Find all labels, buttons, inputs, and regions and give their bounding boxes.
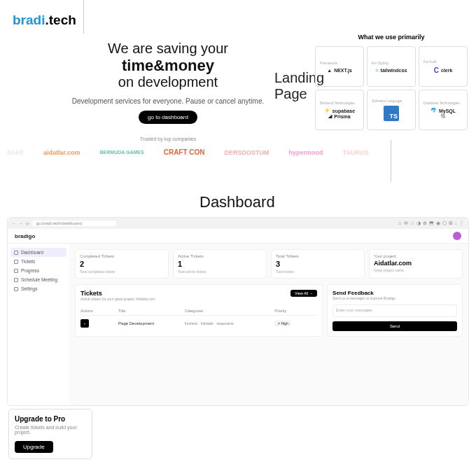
ext-icon[interactable]: ⊞ <box>449 220 453 226</box>
ext-icon[interactable]: ⋮ <box>459 220 464 226</box>
stat-completed: Completed Tickets2Total completed ticket… <box>75 249 169 279</box>
feedback-panel: Send Feedback Send us a messages to impr… <box>327 284 463 337</box>
row-action-button[interactable]: › <box>80 319 89 328</box>
nextjs-icon: ▲ <box>327 68 332 73</box>
priority-badge: ↗ High <box>274 321 291 326</box>
sidebar-item-dashboard[interactable]: Dashboard <box>10 248 66 257</box>
brand-logo: bradi.tech <box>13 13 76 28</box>
sidebar-item-tickets[interactable]: Tickets <box>10 257 66 266</box>
forward-icon[interactable]: → <box>19 221 23 225</box>
tech-cell-language: Software Language TS <box>367 90 416 130</box>
dashboard-section-label: Dashboard <box>200 193 275 211</box>
upgrade-title: Upgrade to Pro <box>15 415 86 423</box>
ext-icon[interactable]: ⬒ <box>429 220 434 226</box>
feedback-subtitle: Send us a messages to improve Bradigo <box>332 296 457 300</box>
stat-total: Total Tickets3Total tickets <box>271 249 365 279</box>
tickets-title: Tickets <box>80 290 155 297</box>
browser-toolbar: ← → ⟳ go.bradi.tech/dashboard ⌂✉☆◑⊕⬒◉⬡⊞↓… <box>8 218 468 229</box>
app-name: bradigo <box>15 233 35 239</box>
ext-icon[interactable]: ◑ <box>416 220 421 226</box>
tech-cell-framework: Framework ▲NEXT.js <box>315 46 364 87</box>
supabase-icon: ⚡ <box>324 108 330 113</box>
divider <box>391 140 391 182</box>
calendar-icon <box>14 278 18 282</box>
tech-cell-auth: For Auth Cclerk <box>419 46 468 87</box>
sidebar-item-schedule[interactable]: Schedule Meeting <box>10 275 66 284</box>
trusted-by-label: Trusted by top companies <box>66 136 270 141</box>
hero-heading: We are saving your time&money on develop… <box>66 41 270 90</box>
ticket-icon <box>14 260 18 264</box>
clerk-icon: C <box>434 66 439 74</box>
tickets-panel: Tickets Active tickets for your great pr… <box>75 284 323 337</box>
mysql-icon: 🐬 <box>430 108 437 113</box>
tailwind-icon: ≈ <box>376 68 379 73</box>
tech-cell-database: Database Technologies 🐬MySQL 🐘 <box>419 90 468 130</box>
sidebar-item-progress[interactable]: Progress <box>10 266 66 275</box>
typescript-icon: TS <box>384 106 399 121</box>
dashboard-window: ← → ⟳ go.bradi.tech/dashboard ⌂✉☆◑⊕⬒◉⬡⊞↓… <box>7 217 469 406</box>
ext-icon[interactable]: ✉ <box>404 220 408 226</box>
tickets-subtitle: Active tickets for your great project: A… <box>80 297 155 301</box>
grid-icon <box>14 251 18 255</box>
tech-cell-styling: For Styling ≈tailwindcss <box>367 46 416 87</box>
ext-icon[interactable]: ☆ <box>410 220 414 226</box>
ext-icon[interactable]: ↓ <box>455 220 458 226</box>
feedback-input[interactable]: Enter your messages <box>332 304 457 317</box>
back-icon[interactable]: ← <box>12 221 16 225</box>
postgres-icon: 🐘 <box>440 113 447 119</box>
upgrade-subtitle: Create tickets and build your project. <box>15 425 86 435</box>
table-row[interactable]: › Page Development frontend fullstack re… <box>80 316 317 331</box>
prisma-icon: ◢ <box>328 113 332 119</box>
ext-icon[interactable]: ◉ <box>436 220 440 226</box>
gear-icon <box>14 287 18 291</box>
hero-subtitle: Development services for everyone. Pause… <box>66 97 270 105</box>
stat-active: Active Tickets1Total active tickets <box>173 249 267 279</box>
ext-icon[interactable]: ⊕ <box>423 220 427 226</box>
table-header: Actions Title Categories Priority <box>80 307 317 316</box>
ext-icon[interactable]: ⬡ <box>442 220 447 226</box>
primarily-title: What we use primarily <box>315 34 468 41</box>
reload-icon[interactable]: ⟳ <box>26 221 29 226</box>
address-bar[interactable]: go.bradi.tech/dashboard <box>32 220 116 226</box>
divider <box>83 0 84 34</box>
feedback-title: Send Feedback <box>332 290 457 296</box>
view-all-button[interactable]: View All → <box>290 290 317 297</box>
ext-icon[interactable]: ⌂ <box>398 220 401 226</box>
send-button[interactable]: Send <box>332 321 457 331</box>
upgrade-card: Upgrade to Pro Create tickets and build … <box>8 409 92 459</box>
go-to-dashboard-button[interactable]: go to dashboard <box>139 111 197 124</box>
sidebar: Dashboard Tickets Progress Schedule Meet… <box>8 244 69 405</box>
avatar[interactable] <box>453 232 461 240</box>
tech-cell-backend: Backend Technologies ⚡supabase ◢Prisma <box>315 90 364 130</box>
company-logos: SAFE aidatlar.com BERMUDA GAMES CRAFT CO… <box>7 148 368 156</box>
upgrade-button[interactable]: Upgrade <box>15 441 53 453</box>
stat-project: Your projectAidatlar.comGreat project na… <box>369 249 463 279</box>
sidebar-item-settings[interactable]: Settings <box>10 284 66 293</box>
chart-icon <box>14 269 18 273</box>
